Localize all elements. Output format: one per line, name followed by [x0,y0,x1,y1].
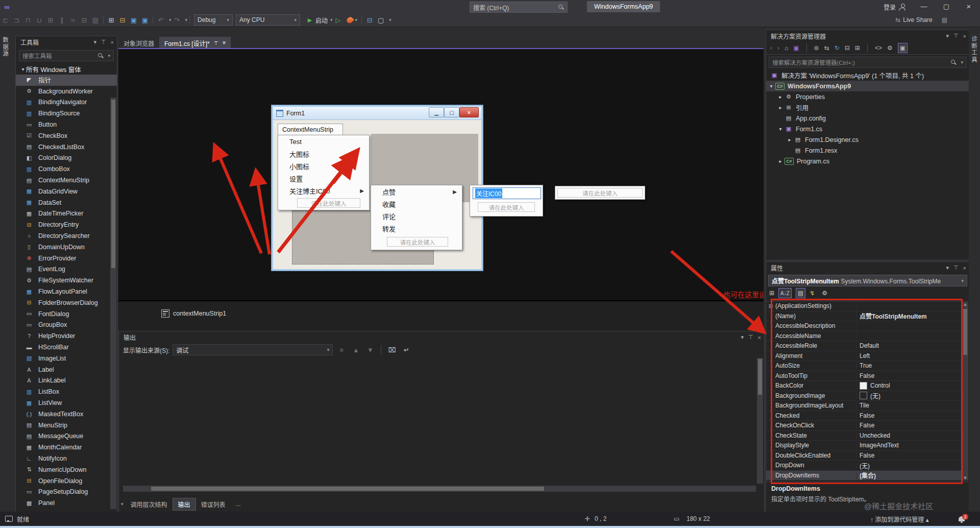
menu-item[interactable] [97,0,107,13]
property-row[interactable]: ⊞ DoubleClickEnabled False [766,451,967,461]
same-size-icon[interactable]: ⊞ [45,16,56,24]
properties-icon[interactable]: ⚙ [887,44,893,52]
tree-node[interactable]: ▤ Form1.resx [766,145,969,156]
form-maximize-button[interactable]: ▢ [444,107,459,117]
property-row[interactable]: ⊞ BackgroundImage (无) [766,391,967,401]
type-here-box[interactable]: 请在此处键入 [557,188,643,198]
menu-item[interactable]: 评论▶ [371,210,462,222]
property-row[interactable]: ⊞ (Name) 点赞ToolStripMenuItem [766,311,967,322]
tree-node[interactable]: ▤ Form1.Designer.cs [766,134,969,145]
toolbox-item[interactable]: ⊟ OpenFileDialog [16,475,117,487]
forward-icon[interactable]: › [777,44,779,52]
toolbox-item[interactable]: ⊟ FolderBrowserDialog [16,297,117,308]
toolbox-item[interactable]: ▤ EventLog [16,264,117,275]
order-icon[interactable]: ⊟ [79,16,90,24]
type-here-box[interactable]: 请在此处键入 [297,198,360,208]
close-icon[interactable]: × [963,33,966,39]
expander-icon[interactable] [777,105,783,110]
toolbox-item[interactable]: ▤ ContextMenuStrip [16,175,117,186]
toolbox-item[interactable]: ∟ NotifyIcon [16,453,117,464]
toolbox-item[interactable]: ▭ FontDialog [16,308,117,320]
toolbox-item[interactable]: ▦ DataSet [16,197,117,208]
toolbox-item[interactable]: ▥ BindingNavigator [16,97,117,108]
menu-item[interactable] [134,0,143,13]
menu-item[interactable]: Test▶ [278,135,369,148]
window-position-icon[interactable]: ▾ [946,265,949,271]
menu-item[interactable] [79,0,88,13]
property-row[interactable]: ⊞ DisplayStyle ImageAndText [766,441,967,451]
toolbox-item[interactable]: (.) MaskedTextBox [16,409,117,420]
output-horizontal-scrollbar[interactable] [123,486,756,492]
new-project-icon[interactable]: ⊞ [106,16,117,24]
toolbox-item[interactable]: ▥ ListBox [16,386,117,397]
save-icon[interactable]: ▣ [128,16,139,24]
menu-item[interactable] [42,0,52,13]
pending-changes-icon[interactable]: ⊚ [814,44,819,52]
save-all-icon[interactable]: ▣ [139,16,151,24]
property-row[interactable]: ⊞ (ApplicationSettings) [766,301,967,311]
toolbox-item[interactable]: ▦ DataGridView [16,186,117,197]
window-position-icon[interactable]: ▾ [741,334,744,341]
start-debug-button[interactable]: 启动 [315,16,328,25]
find-in-files-icon[interactable]: ⊟ [364,16,375,24]
property-row[interactable]: ⊞ AutoToolTip False [766,371,967,381]
toolbox-item[interactable]: ⚙ BackgroundWorker [16,86,117,97]
h-space-icon[interactable]: ∥ [56,16,67,24]
menu-item[interactable]: 关注博主IC00▶ [278,184,369,197]
window-position-icon[interactable]: ▾ [946,33,949,39]
property-row[interactable]: ⊞ Checked False [766,411,967,421]
menu-item[interactable] [116,0,125,13]
tab-form1-designer[interactable]: Form1.cs [设计]* ⊤ × [159,37,231,49]
toolbox-item[interactable]: ▤ MenuStrip [16,420,117,431]
clear-all-icon[interactable]: ⌧ [386,346,398,354]
menu-item-edit-box[interactable]: 关注IC00 [473,187,541,199]
close-icon[interactable]: × [111,39,114,45]
properties-scrollbar[interactable]: ▲ ▼ [962,302,968,481]
pin-icon[interactable]: ⊤ [953,33,959,39]
tree-node[interactable]: ▤ App.config [766,113,969,124]
toolbox-scrollbar[interactable] [110,98,116,509]
find-message-icon[interactable]: ≡ [336,346,347,354]
toolbox-item[interactable]: ⊗ ErrorProvider [16,253,117,264]
tab-call-hierarchy[interactable]: 调用层次结构 [126,498,173,510]
toolbox-item[interactable]: ▦ MonthCalendar [16,442,117,453]
contextmenustrip-root-item[interactable]: ContextMenuStrip [278,124,343,136]
close-button[interactable]: × [958,0,980,13]
show-all-files-icon[interactable]: ▣ [898,43,908,53]
account-icon[interactable] [899,4,905,10]
toolbox-search-input[interactable]: 搜索工具箱 ▾ [19,50,114,61]
property-row[interactable]: ⊞ AccessibleDescription [766,321,967,331]
pin-icon[interactable]: ⊤ [748,334,753,341]
toolbox-item[interactable]: A LinkLabel [16,375,117,387]
close-icon[interactable]: × [963,265,966,271]
property-row[interactable]: ⊞ DropDownItems (集合) [766,471,967,481]
menu-item[interactable] [88,0,97,13]
toolbox-item[interactable]: ▭ Button [16,119,117,130]
events-icon[interactable]: ↯ [810,290,815,297]
preview-window-icon[interactable]: ▢ [375,16,386,24]
toolbox-item[interactable]: ⊟ DirectoryEntry [16,219,117,230]
toolbox-item[interactable]: ☑ CheckBox [16,130,117,141]
type-here-box[interactable]: 请在此处键入 [478,202,535,212]
start-without-debug-icon[interactable]: ▷ [333,16,344,24]
form-minimize-button[interactable]: ▁ [429,107,444,117]
copy-icon[interactable]: ⊞ [855,44,860,52]
toolbox-item[interactable]: ▭ GroupBox [16,320,117,331]
toolbox-item[interactable]: ▭ PageSetupDialog [16,486,117,497]
sync-icon[interactable]: ⇆ [824,44,829,52]
tree-node[interactable]: ⊞ 引用 [766,102,969,113]
menu-item[interactable]: 转发▶ [371,222,462,234]
output-vertical-scrollbar[interactable] [757,358,763,484]
properties-view-icon[interactable]: ▤ [796,288,805,298]
sign-in-button[interactable]: 登录 [884,3,896,11]
property-row[interactable]: ⊞ AutoSize True [766,361,967,371]
solution-root-node[interactable]: ▣ 解决方案 'WindowsFormsApp9' (1 个项目, 共 1 个) [766,70,969,81]
property-row[interactable]: ⊞ AccessibleRole Default [766,341,967,351]
align-left-icon[interactable]: ⊏ [0,16,11,24]
expander-icon[interactable] [787,137,793,142]
expander-icon[interactable] [768,83,774,89]
property-row[interactable]: ⊞ CheckState Unchecked [766,431,967,441]
menu-item[interactable] [125,0,134,13]
menu-item[interactable]: 小图标▶ [278,160,369,172]
open-file-icon[interactable]: ⊟ [117,16,128,24]
